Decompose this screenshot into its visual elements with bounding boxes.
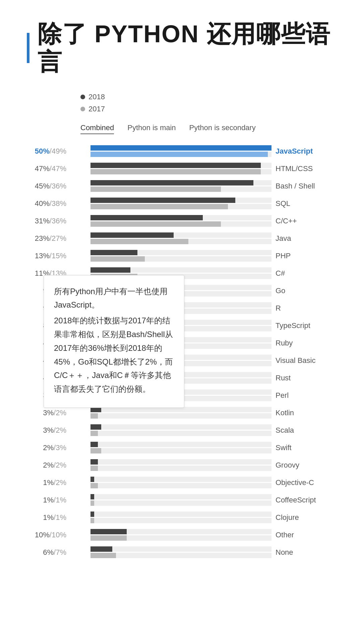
lang-label: Scala xyxy=(276,426,294,435)
bar-track-2017 xyxy=(90,483,272,488)
chart-row: 45%/36% Bash / Shell xyxy=(27,179,335,193)
bar-fill-2018 xyxy=(90,215,203,220)
lang-label: Other xyxy=(276,531,294,539)
bar-track-2017 xyxy=(90,239,272,244)
bar-fill-2017 xyxy=(90,152,268,157)
bar-pct-label: 40%/38% xyxy=(27,199,70,208)
bar-pct-label: 3%/2% xyxy=(27,409,70,417)
bar-tracks xyxy=(90,529,272,541)
chart-row: 50%/49% JavaScript xyxy=(27,144,335,158)
bar-track-2017 xyxy=(90,535,272,541)
bar-track-2017 xyxy=(90,466,272,471)
bar-track-2017 xyxy=(90,169,272,174)
bar-fill-2017 xyxy=(90,256,145,262)
legend-2018: 2018 xyxy=(80,93,335,101)
lang-label: HTML/CSS xyxy=(276,164,313,173)
bar-fill-2018 xyxy=(90,198,235,203)
bar-pct-label: 2%/3% xyxy=(27,443,70,452)
bar-fill-2017 xyxy=(90,186,221,192)
bar-pct-label: 6%/7% xyxy=(27,548,70,557)
bar-track-2017 xyxy=(90,500,272,506)
bar-track-2018 xyxy=(90,477,272,482)
bar-track-2017 xyxy=(90,152,272,157)
bar-tracks xyxy=(90,546,272,558)
legend-dot-2017 xyxy=(80,107,85,111)
legend: 2018 2017 xyxy=(80,93,335,113)
bar-tracks xyxy=(90,512,272,523)
lang-label: Perl xyxy=(276,391,289,400)
bar-track-2017 xyxy=(90,413,272,419)
bar-tracks xyxy=(90,145,272,157)
chart-row: 47%/47% HTML/CSS xyxy=(27,162,335,176)
chart-row: 2%/2% Groovy xyxy=(27,458,335,472)
bar-pct-label: 3%/2% xyxy=(27,426,70,435)
bar-track-2017 xyxy=(90,553,272,558)
lang-label: Objective-C xyxy=(276,478,314,487)
bar-fill-2018 xyxy=(90,477,94,482)
bar-pct-label: 1%/1% xyxy=(27,496,70,504)
page: 除了 PYTHON 还用哪些语言 2018 2017 Combined Pyth… xyxy=(0,0,362,590)
bar-fill-2017 xyxy=(90,448,101,453)
bar-pct-label: 1%/1% xyxy=(27,513,70,522)
bar-fill-2017 xyxy=(90,431,98,436)
bar-track-2018 xyxy=(90,512,272,517)
lang-label: Swift xyxy=(276,443,292,452)
lang-label: C/C++ xyxy=(276,217,297,225)
bar-tracks xyxy=(90,494,272,506)
chart-row: 23%/27% Java xyxy=(27,231,335,246)
title-accent-bar xyxy=(27,33,29,63)
bar-fill-2018 xyxy=(90,529,127,534)
bar-fill-2017 xyxy=(90,466,98,471)
tab-python-secondary[interactable]: Python is secondary xyxy=(189,123,256,134)
bar-track-2018 xyxy=(90,494,272,499)
lang-label: SQL xyxy=(276,199,290,208)
bar-track-2018 xyxy=(90,163,272,168)
lang-label: CoffeeScript xyxy=(276,496,316,504)
lang-label: Clojure xyxy=(276,513,299,522)
bar-fill-2018 xyxy=(90,442,98,447)
bar-tracks xyxy=(90,477,272,488)
bar-track-2017 xyxy=(90,221,272,227)
bar-tracks xyxy=(90,407,272,419)
bar-fill-2018 xyxy=(90,163,261,168)
bar-track-2018 xyxy=(90,459,272,465)
bar-pct-label: 2%/2% xyxy=(27,461,70,470)
bar-track-2018 xyxy=(90,529,272,534)
bar-tracks xyxy=(90,215,272,227)
bar-fill-2017 xyxy=(90,239,188,244)
bar-track-2018 xyxy=(90,442,272,447)
lang-label: TypeScript xyxy=(276,321,310,330)
bar-track-2018 xyxy=(90,424,272,430)
bar-track-2017 xyxy=(90,186,272,192)
bar-track-2017 xyxy=(90,431,272,436)
bar-fill-2018 xyxy=(90,145,272,151)
lang-label: Kotlin xyxy=(276,409,294,417)
bar-fill-2017 xyxy=(90,413,98,419)
bar-fill-2018 xyxy=(90,232,174,238)
bar-pct-label: 47%/47% xyxy=(27,164,70,173)
bar-tracks xyxy=(90,180,272,192)
bar-pct-label: 31%/36% xyxy=(27,217,70,225)
bar-fill-2018 xyxy=(90,267,130,273)
bar-fill-2018 xyxy=(90,180,253,185)
bar-track-2017 xyxy=(90,448,272,453)
tab-combined[interactable]: Combined xyxy=(80,123,114,134)
tab-python-main[interactable]: Python is main xyxy=(127,123,176,134)
bar-pct-label: 1%/2% xyxy=(27,478,70,487)
lang-label: Go xyxy=(276,286,285,295)
bar-track-2018 xyxy=(90,180,272,185)
chart-row: 1%/2% Objective-C xyxy=(27,476,335,490)
chart-row: 31%/36% C/C++ xyxy=(27,214,335,228)
bar-fill-2017 xyxy=(90,204,228,209)
chart-tabs: Combined Python is main Python is second… xyxy=(80,123,335,134)
bar-fill-2017 xyxy=(90,500,94,506)
bar-tracks xyxy=(90,424,272,436)
legend-label-2018: 2018 xyxy=(88,93,105,101)
bar-pct-label: 10%/10% xyxy=(27,531,70,539)
bar-fill-2017 xyxy=(90,483,98,488)
chart-area: 50%/49% JavaScript 47%/47% HTML/CSS 45%/… xyxy=(27,144,335,559)
bar-track-2017 xyxy=(90,518,272,523)
bar-fill-2018 xyxy=(90,424,101,430)
bar-track-2018 xyxy=(90,267,272,273)
bar-track-2018 xyxy=(90,215,272,220)
